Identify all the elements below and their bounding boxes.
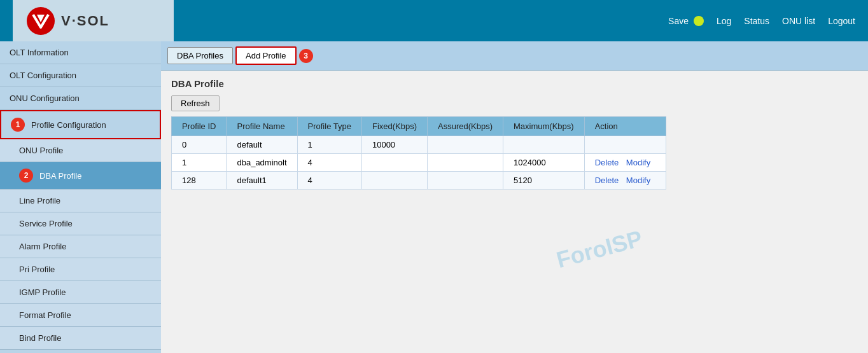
cell-name-0: default (227, 136, 297, 154)
logo-text: V·SOL (61, 13, 109, 29)
sidebar: OLT Information OLT Configuration ONU Co… (0, 41, 161, 353)
cell-type-1: 4 (297, 154, 361, 172)
sidebar-item-onu-profile[interactable]: ONU Profile (0, 139, 161, 162)
cell-name-1: dba_adminolt (227, 154, 297, 172)
delete-link-2[interactable]: Delete (595, 176, 619, 185)
save-label: Save (668, 16, 689, 26)
header-save: Save (668, 16, 704, 26)
table-header-row: Profile ID Profile Name Profile Type Fix… (172, 117, 666, 136)
nav-onu-list[interactable]: ONU list (782, 16, 815, 26)
cell-action-2: Delete Modify (584, 172, 666, 190)
col-profile-type: Profile Type (297, 117, 361, 136)
cell-maximum-1: 1024000 (503, 154, 585, 172)
status-dot (694, 16, 704, 26)
sidebar-item-system-config[interactable]: System Configuration (0, 350, 161, 353)
sidebar-item-profile-config[interactable]: 1 Profile Configuration (0, 110, 161, 139)
sidebar-item-olt-config[interactable]: OLT Configuration (0, 64, 161, 87)
nav-logout[interactable]: Logout (828, 16, 855, 26)
header-nav: Log Status ONU list Logout (717, 16, 855, 26)
cell-type-0: 1 (297, 136, 361, 154)
nav-log[interactable]: Log (717, 16, 731, 26)
cell-assured-1 (428, 154, 503, 172)
sidebar-item-dba-profile[interactable]: 2 DBA Profile (0, 162, 161, 190)
content-area: DBA Profile Refresh ForoISP Profile ID P… (161, 71, 868, 197)
annotation-1: 1 (11, 118, 25, 132)
col-maximum-kbps: Maximum(Kbps) (503, 117, 585, 136)
sidebar-item-alarm-profile[interactable]: Alarm Profile (0, 235, 161, 258)
tab-badge-3: 3 (299, 49, 313, 63)
col-fixed-kbps: Fixed(Kbps) (361, 117, 427, 136)
sidebar-item-onu-config[interactable]: ONU Configuration (0, 87, 161, 110)
cell-maximum-0 (503, 136, 585, 154)
cell-fixed-1 (361, 154, 427, 172)
table-row: 1 dba_adminolt 4 1024000 Delete Modify (172, 154, 666, 172)
tab-dba-profiles[interactable]: DBA Profiles (167, 47, 233, 64)
sidebar-item-service-profile[interactable]: Service Profile (0, 212, 161, 235)
col-assured-kbps: Assured(Kbps) (428, 117, 503, 136)
sidebar-item-format-profile[interactable]: Format Profile (0, 304, 161, 327)
sidebar-item-olt-info[interactable]: OLT Information (0, 41, 161, 64)
cell-action-0 (584, 136, 666, 154)
watermark: ForoISP (554, 225, 645, 273)
cell-id-2: 128 (172, 172, 227, 190)
sidebar-item-bind-profile[interactable]: Bind Profile (0, 327, 161, 350)
table-row: 0 default 1 10000 (172, 136, 666, 154)
cell-assured-2 (428, 172, 503, 190)
col-profile-name: Profile Name (227, 117, 297, 136)
header: V·SOL Save Log Status ONU list Logout (0, 0, 868, 41)
page-title: DBA Profile (171, 78, 858, 89)
layout: OLT Information OLT Configuration ONU Co… (0, 41, 868, 353)
nav-status[interactable]: Status (744, 16, 769, 26)
sidebar-item-igmp-profile[interactable]: IGMP Profile (0, 281, 161, 304)
modify-link-2[interactable]: Modify (626, 176, 650, 185)
vsol-logo-icon (25, 6, 56, 36)
delete-link-1[interactable]: Delete (595, 158, 619, 167)
sidebar-item-line-profile[interactable]: Line Profile (0, 190, 161, 212)
refresh-button[interactable]: Refresh (171, 95, 220, 111)
col-profile-id: Profile ID (172, 117, 227, 136)
cell-type-2: 4 (297, 172, 361, 190)
cell-id-0: 0 (172, 136, 227, 154)
modify-link-1[interactable]: Modify (626, 158, 650, 167)
main-content: DBA Profiles Add Profile 3 DBA Profile R… (161, 41, 868, 353)
cell-fixed-2 (361, 172, 427, 190)
sidebar-item-pri-profile[interactable]: Pri Profile (0, 258, 161, 281)
cell-fixed-0: 10000 (361, 136, 427, 154)
cell-assured-0 (428, 136, 503, 154)
header-right: Save Log Status ONU list Logout (668, 16, 855, 26)
cell-id-1: 1 (172, 154, 227, 172)
annotation-2: 2 (19, 169, 33, 183)
dba-profile-table: Profile ID Profile Name Profile Type Fix… (171, 116, 666, 190)
col-action: Action (584, 117, 666, 136)
cell-name-2: default1 (227, 172, 297, 190)
table-row: 128 default1 4 5120 Delete Modify (172, 172, 666, 190)
tab-bar: DBA Profiles Add Profile 3 (161, 41, 868, 71)
cell-action-1: Delete Modify (584, 154, 666, 172)
logo-area: V·SOL (13, 0, 174, 41)
tab-add-profile[interactable]: Add Profile (235, 46, 297, 65)
cell-maximum-2: 5120 (503, 172, 585, 190)
